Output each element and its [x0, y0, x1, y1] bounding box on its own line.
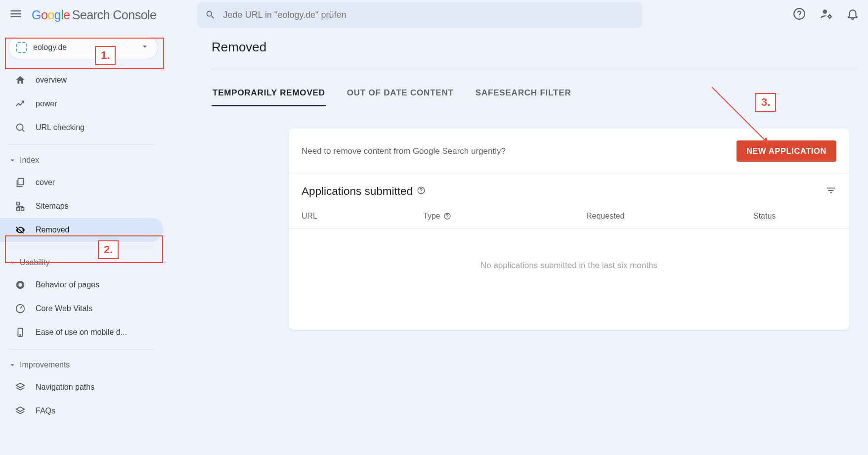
svg-point-4 — [17, 124, 23, 131]
svg-point-10 — [18, 283, 22, 286]
sidebar-group-label: Usability — [20, 258, 49, 267]
layers-icon — [15, 406, 26, 416]
new-application-button[interactable]: NEW APPLICATION — [737, 140, 836, 162]
chevron-down-icon — [8, 258, 17, 267]
divider — [9, 349, 154, 350]
home-icon — [15, 75, 26, 86]
sidebar-group-usability[interactable]: Usability — [0, 252, 163, 273]
table-header: URL Type Requested Status — [289, 201, 849, 229]
sidebar-item-cover[interactable]: cover — [0, 171, 163, 194]
property-name: eology.de — [33, 43, 67, 52]
visibility-off-icon — [15, 225, 26, 235]
property-selector[interactable]: eology.de — [8, 36, 158, 59]
page-title: Removed — [212, 40, 858, 55]
search-icon — [15, 122, 26, 133]
product-name: Search Console — [72, 8, 157, 22]
sidebar-group-label: Improvements — [20, 361, 70, 369]
google-search-console-logo[interactable]: Google Search Console — [32, 8, 157, 22]
sidebar-item-url-checking[interactable]: URL checking — [0, 116, 163, 139]
svg-rect-7 — [17, 208, 20, 211]
sidebar-item-behavior[interactable]: Behavior of pages — [0, 273, 163, 297]
sidebar-item-label: URL checking — [36, 123, 85, 132]
sidebar-item-mobile[interactable]: Ease of use on mobile d... — [0, 320, 163, 344]
sidebar-group-label: Index — [20, 156, 39, 165]
tab-out-of-date[interactable]: OUT OF DATE CONTENT — [346, 84, 455, 106]
sidebar-group-improvements[interactable]: Improvements — [0, 355, 163, 375]
url-inspect-searchbar[interactable] — [197, 2, 642, 28]
help-icon[interactable] — [417, 186, 426, 197]
sidebar-item-label: Ease of use on mobile d... — [36, 328, 127, 337]
empty-state: No applications submitted in the last si… — [289, 229, 849, 330]
column-requested: Requested — [586, 212, 753, 221]
sidebar-item-label: cover — [36, 178, 55, 187]
divider — [212, 69, 858, 69]
sitemap-icon — [15, 201, 26, 212]
tab-temporarily-removed[interactable]: TEMPORARILY REMOVED — [212, 84, 326, 106]
sidebar-item-label: Navigation paths — [36, 383, 94, 392]
layers-icon — [15, 382, 26, 393]
help-icon[interactable] — [443, 212, 451, 220]
sidebar-item-label: FAQs — [36, 407, 55, 415]
svg-point-13 — [20, 335, 21, 336]
removals-card: Need to remove content from Google Searc… — [289, 129, 849, 330]
sidebar: eology.de overview power URL checking In… — [0, 30, 163, 455]
svg-point-1 — [799, 16, 800, 17]
column-status: Status — [753, 212, 776, 221]
gauge-icon — [15, 279, 26, 290]
help-icon[interactable] — [793, 7, 806, 22]
column-type: Type — [423, 212, 586, 221]
manage-users-icon[interactable] — [820, 7, 832, 22]
sidebar-item-overview[interactable]: overview — [0, 68, 163, 92]
sidebar-item-label: Removed — [36, 226, 69, 234]
filter-icon[interactable] — [825, 185, 836, 198]
main-content: Removed TEMPORARILY REMOVED OUT OF DATE … — [163, 30, 868, 455]
svg-point-0 — [794, 8, 805, 19]
sidebar-item-power[interactable]: power — [0, 92, 163, 116]
svg-rect-6 — [17, 202, 20, 205]
chevron-down-icon — [140, 42, 150, 53]
property-favicon — [16, 42, 27, 53]
svg-point-2 — [823, 9, 827, 14]
tab-safesearch[interactable]: SAFESEARCH FILTER — [475, 84, 572, 106]
speedometer-icon — [15, 303, 26, 314]
hamburger-menu-icon[interactable] — [9, 7, 23, 23]
svg-rect-5 — [18, 179, 23, 185]
sidebar-item-label: Core Web Vitals — [36, 304, 92, 313]
section-title: Applications submitted — [302, 185, 413, 198]
pages-icon — [15, 177, 26, 188]
sidebar-item-removed[interactable]: Removed — [0, 218, 163, 242]
sidebar-item-label: power — [36, 99, 57, 108]
chevron-down-icon — [8, 156, 17, 165]
trend-icon — [15, 98, 26, 109]
mobile-icon — [15, 327, 26, 338]
svg-rect-8 — [21, 208, 24, 211]
sidebar-item-faqs[interactable]: FAQs — [0, 399, 163, 423]
sidebar-group-index[interactable]: Index — [0, 150, 163, 171]
divider — [9, 247, 154, 247]
sidebar-item-label: Behavior of pages — [36, 280, 99, 289]
column-url: URL — [302, 212, 423, 221]
sidebar-item-cwv[interactable]: Core Web Vitals — [0, 297, 163, 320]
divider — [9, 144, 154, 145]
sidebar-item-navpaths[interactable]: Navigation paths — [0, 375, 163, 399]
tabs: TEMPORARILY REMOVED OUT OF DATE CONTENT … — [212, 84, 858, 107]
sidebar-item-sitemaps[interactable]: Sitemaps — [0, 194, 163, 218]
sidebar-item-label: overview — [36, 76, 67, 85]
card-prompt: Need to remove content from Google Searc… — [302, 146, 506, 156]
chevron-down-icon — [8, 361, 17, 369]
search-icon — [205, 9, 216, 20]
svg-point-15 — [421, 192, 422, 192]
svg-point-17 — [447, 218, 447, 218]
search-input[interactable] — [223, 10, 634, 20]
notifications-icon[interactable] — [846, 7, 859, 22]
sidebar-item-label: Sitemaps — [36, 202, 69, 211]
